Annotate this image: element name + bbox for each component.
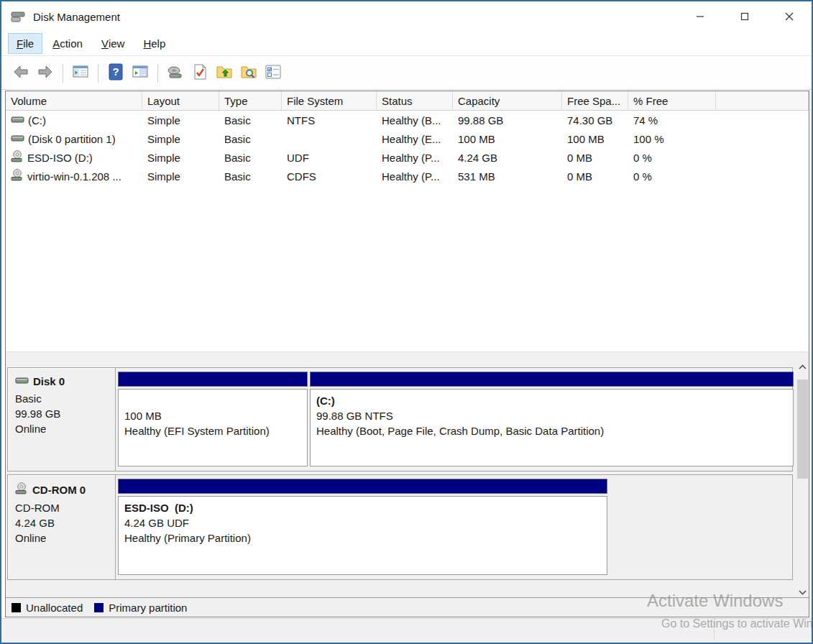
volume-row[interactable]: virtio-win-0.1.208 ...SimpleBasicCDFSHea… — [6, 167, 809, 185]
legend-label: Primary partition — [109, 602, 187, 614]
cell-volume: virtio-win-0.1.208 ... — [6, 169, 142, 183]
cell-capacity: 4.24 GB — [453, 152, 562, 164]
titlebar: Disk Management — [1, 1, 812, 32]
action-pane-button[interactable] — [129, 62, 152, 85]
scrollbar-thumb[interactable] — [797, 380, 808, 479]
toolbar-separator — [98, 64, 98, 83]
menubar: FileActionViewHelp — [1, 32, 812, 56]
partition-type-bar — [118, 372, 308, 387]
scroll-up-button[interactable] — [796, 361, 809, 373]
close-button[interactable] — [767, 1, 812, 32]
hard-disk-icon — [11, 114, 24, 126]
cell-status: Healthy (P... — [377, 152, 453, 164]
column-header-file_system[interactable]: File System — [282, 91, 377, 110]
column-header-volume[interactable]: Volume — [6, 91, 142, 110]
console-tree-button[interactable] — [69, 62, 92, 85]
legend-label: Unallocated — [26, 602, 83, 614]
toolbar: ? — [1, 57, 812, 90]
partition-text-line: 4.24 GB UDF — [124, 515, 601, 530]
checklist-icon — [265, 63, 282, 83]
disk-drive-icon — [10, 9, 26, 24]
cd-drive-icon — [15, 482, 28, 497]
disk-row-cd-rom-0: CD-ROM 0CD-ROM4.24 GBOnlineESD-ISO (D:)4… — [7, 474, 793, 580]
back-arrow-button[interactable] — [9, 62, 32, 85]
partition-text-line: Healthy (EFI System Partition) — [124, 423, 301, 438]
partition-text-line: Healthy (Boot, Page File, Crash Dump, Ba… — [316, 423, 787, 438]
cell-file_system: NTFS — [282, 114, 377, 126]
disk-info-line: CD-ROM — [15, 500, 108, 515]
partition-c[interactable]: (C:)99.88 GB NTFSHealthy (Boot, Page Fil… — [310, 372, 794, 466]
disk-info-line: 4.24 GB — [15, 515, 108, 530]
column-header-status[interactable]: Status — [377, 91, 453, 110]
cell-file_system: CDFS — [282, 170, 377, 183]
volume-name: virtio-win-0.1.208 ... — [27, 170, 121, 183]
help-icon: ? — [108, 63, 124, 83]
volume-name: ESD-ISO (D:) — [27, 152, 93, 164]
cell-volume: (C:) — [6, 114, 142, 126]
disk-panel-disk-0[interactable]: Disk 0Basic99.98 GBOnline — [8, 368, 116, 471]
disk-panel-cd-rom-0[interactable]: CD-ROM 0CD-ROM4.24 GBOnline — [8, 475, 116, 579]
help-button[interactable]: ? — [104, 62, 127, 85]
menu-help[interactable]: Help — [135, 34, 173, 53]
folder-up-button[interactable] — [213, 62, 236, 85]
cell-capacity: 100 MB — [453, 133, 562, 145]
disk-name: Disk 0 — [33, 375, 65, 387]
partition-text-line — [124, 393, 301, 408]
column-header-filler[interactable] — [716, 91, 809, 110]
folder-search-button[interactable] — [237, 62, 260, 85]
cell-pct_free: 100 % — [628, 133, 716, 145]
forward-arrow-button[interactable] — [34, 62, 57, 85]
legend-swatch — [94, 603, 104, 612]
partition-type-bar — [118, 479, 607, 494]
partition-efi[interactable]: 100 MBHealthy (EFI System Partition) — [118, 372, 308, 466]
menu-action[interactable]: Action — [45, 34, 91, 53]
horizontal-scrollbar[interactable] — [6, 351, 809, 361]
maximize-button[interactable] — [722, 1, 767, 32]
volume-name: (Disk 0 partition 1) — [28, 133, 116, 145]
column-header-pct_free[interactable]: % Free — [628, 91, 716, 110]
window-controls — [678, 1, 812, 32]
volume-list-pane: VolumeLayoutTypeFile SystemStatusCapacit… — [6, 91, 809, 361]
cell-free_space: 0 MB — [562, 152, 628, 164]
vertical-scrollbar[interactable] — [796, 361, 809, 599]
folder-up-icon — [216, 63, 233, 83]
check-document-button[interactable] — [188, 62, 211, 85]
minimize-button[interactable] — [678, 1, 722, 32]
svg-text:?: ? — [112, 65, 119, 78]
partition-esd-iso-d[interactable]: ESD-ISO (D:)4.24 GB UDFHealthy (Primary … — [118, 479, 607, 575]
menu-file[interactable]: File — [9, 34, 42, 53]
volume-list-header: VolumeLayoutTypeFile SystemStatusCapacit… — [6, 91, 809, 111]
disk-info-line: Online — [15, 421, 108, 436]
cell-volume: ESD-ISO (D:) — [6, 150, 142, 165]
disk-management-window: Disk Management FileActionViewHelp ? Vol… — [0, 0, 813, 644]
console-tree-icon — [72, 63, 89, 83]
column-header-type[interactable]: Type — [219, 91, 282, 110]
cell-free_space: 0 MB — [562, 170, 628, 183]
volume-row[interactable]: (C:)SimpleBasicNTFSHealthy (B...99.88 GB… — [6, 111, 809, 129]
cell-pct_free: 0 % — [628, 170, 716, 183]
cell-file_system: UDF — [282, 152, 377, 164]
cd-drive-icon — [11, 150, 24, 165]
partition-text-line: ESD-ISO (D:) — [124, 500, 601, 515]
cell-pct_free: 0 % — [628, 152, 716, 164]
checklist-button[interactable] — [262, 62, 285, 85]
menu-view[interactable]: View — [93, 34, 133, 53]
column-header-capacity[interactable]: Capacity — [453, 91, 562, 110]
volume-row[interactable]: (Disk 0 partition 1)SimpleBasicHealthy (… — [6, 129, 809, 148]
client-area: VolumeLayoutTypeFile SystemStatusCapacit… — [5, 91, 809, 617]
column-header-free_space[interactable]: Free Spa... — [562, 91, 628, 110]
partition-text-line: (C:) — [316, 393, 787, 408]
volume-row[interactable]: ESD-ISO (D:)SimpleBasicUDFHealthy (P...4… — [6, 148, 809, 167]
legend-item-primary-partition: Primary partition — [94, 602, 187, 614]
column-header-layout[interactable]: Layout — [142, 91, 219, 110]
disk-info-line: Online — [15, 530, 108, 546]
disk-drive-button[interactable] — [164, 62, 187, 85]
folder-search-icon — [240, 63, 257, 83]
legend-item-unallocated: Unallocated — [12, 602, 83, 614]
cell-status: Healthy (B... — [377, 114, 453, 126]
cell-free_space: 74.30 GB — [562, 114, 628, 126]
cell-free_space: 100 MB — [562, 133, 628, 145]
cell-pct_free: 74 % — [628, 114, 716, 126]
graphical-view-pane: Disk 0Basic99.98 GBOnline 100 MBHealthy … — [6, 361, 809, 599]
cd-drive-icon — [11, 169, 24, 183]
